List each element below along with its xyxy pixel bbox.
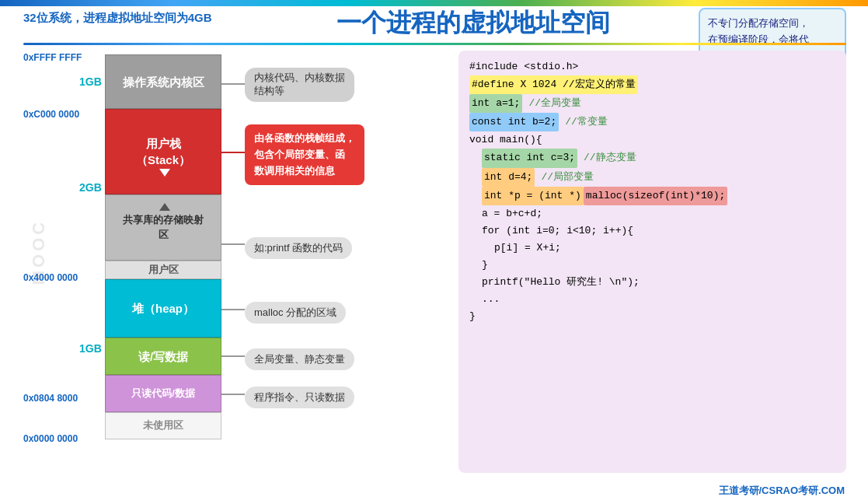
code-void-main: void main(){	[469, 131, 835, 149]
stack-arrow-down	[159, 166, 170, 180]
size-1gb-top: 1GB	[79, 75, 102, 88]
code-malloc: int *p = (int *)malloc(sizeof(int)*10);	[469, 187, 835, 205]
code-const-b: const int b=2; //常变量	[469, 113, 835, 131]
code-int-a: int a=1; //全局变量	[469, 94, 835, 113]
code-for-text: for (int i=0; i<10; i++){	[482, 222, 633, 240]
footer: 王道考研/CSRAO考研.COM	[719, 484, 845, 498]
seg-heap: 堆（heap）	[105, 279, 221, 338]
annot-ro: 程序指令、只读数据	[245, 387, 354, 408]
annot-kernel: 内核代码、内核数据结构等	[245, 68, 354, 102]
annot-ro-line	[221, 394, 245, 395]
seg-unused: 未使用区	[105, 412, 221, 439]
memory-diagram: 0xFFFF FFFF 0xC000 0000 0x4000 0000 0x08…	[23, 51, 443, 473]
code-const-b-kw: const int b=2;	[469, 113, 559, 131]
addr-zero: 0x0000 0000	[23, 433, 78, 444]
code-int-d-kw: int d=4;	[482, 168, 535, 187]
annot-heap-line	[221, 309, 245, 310]
code-define-text: #define X 1024 //宏定义的常量	[469, 75, 638, 94]
shared-arrow-up	[159, 200, 170, 214]
size-2gb: 2GB	[79, 181, 102, 194]
code-ellipsis: ...	[469, 291, 835, 308]
annot-rw-line	[221, 355, 245, 357]
seg-kernel: 操作系统内核区	[105, 54, 221, 109]
seg-stack: 用户栈（Stack）	[105, 109, 221, 194]
header-subtitle: 32位系统，进程虚拟地址空间为4GB	[23, 11, 212, 26]
seg-ro-data: 只读代码/数据	[105, 375, 221, 412]
code-include: #include <stdio.h>	[469, 58, 835, 75]
code-int-a-comment: //全局变量	[528, 95, 581, 112]
code-brace2-text: }	[469, 308, 476, 325]
code-int-a-kw: int a=1;	[469, 94, 522, 113]
code-brace1-text: }	[482, 257, 488, 274]
code-static-c: static int c=3; //静态变量	[469, 149, 835, 167]
code-assign: a = b+c+d;	[469, 205, 835, 222]
annot-kernel-line	[221, 83, 245, 85]
code-include-text: #include <stdio.h>	[469, 58, 578, 75]
size-1gb-bottom: 1GB	[79, 342, 102, 355]
code-printf-text: printf("Hello 研究生! \n");	[482, 274, 640, 291]
code-for: for (int i=0; i<10; i++){	[469, 222, 835, 240]
code-pi-text: p[i] = X+i;	[494, 240, 561, 257]
code-static-c-comment: //静态变量	[584, 149, 636, 166]
annot-rw: 全局变量、静态变量	[245, 348, 354, 370]
slide: MOOC MOOC 32位系统，进程虚拟地址空间为4GB 一个进程的虚拟地址空间…	[0, 0, 868, 504]
code-area: #include <stdio.h> #define X 1024 //宏定义的…	[458, 51, 846, 473]
addr-mid: 0x4000 0000	[23, 272, 78, 283]
seg-userarea: 用户区	[105, 261, 221, 279]
code-static-c-kw: static int c=3;	[482, 149, 577, 167]
addr-c000: 0xC000 0000	[23, 109, 79, 120]
stack-callout-line	[221, 152, 245, 153]
code-malloc-kw: malloc(sizeof(int)*10);	[584, 187, 727, 205]
code-int-p-kw: int *p = (int *)	[482, 187, 584, 205]
code-define: #define X 1024 //宏定义的常量	[469, 75, 835, 94]
addr-ffff: 0xFFFF FFFF	[23, 52, 82, 63]
code-int-d-comment: //局部变量	[541, 169, 594, 186]
stack-callout: 由各函数的栈帧组成，包含个局部变量、函数调用相关的信息	[245, 124, 364, 185]
code-const-b-comment: //常变量	[565, 114, 608, 131]
code-pi: p[i] = X+i;	[469, 240, 835, 257]
annot-shared: 如:printf 函数的代码	[245, 237, 352, 259]
code-int-d: int d=4; //局部变量	[469, 168, 835, 187]
code-brace1: }	[469, 257, 835, 274]
annot-heap: malloc 分配的区域	[245, 302, 346, 324]
annot-shared-line	[221, 243, 245, 245]
code-assign-text: a = b+c+d;	[482, 205, 542, 222]
addr-low1: 0x0804 8000	[23, 393, 78, 404]
code-ellipsis-text: ...	[482, 291, 500, 308]
seg-rw-data: 读/写数据	[105, 338, 221, 375]
divider-line	[23, 43, 846, 45]
code-void-main-text: void main(){	[469, 131, 542, 149]
code-printf: printf("Hello 研究生! \n");	[469, 274, 835, 291]
header-title: 一个进程的虚拟地址空间	[218, 6, 728, 40]
top-bar	[0, 0, 868, 6]
code-brace2: }	[469, 308, 835, 325]
